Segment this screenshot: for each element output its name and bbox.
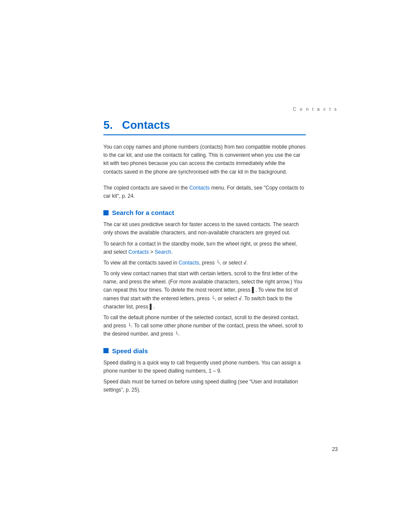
select-icon-2: √: [239, 296, 242, 302]
contacts-link-1[interactable]: Contacts: [128, 249, 149, 255]
section-square-icon-2: [103, 348, 109, 353]
press-icon-4: └: [174, 331, 178, 337]
section-title-search: Search for a contact: [112, 209, 174, 216]
chapter-header-label: C o n t a c t s: [293, 107, 338, 112]
content-area: 5. Contacts You can copy names and phone…: [103, 118, 306, 397]
speed-para-1: Speed dialling is a quick way to call fr…: [103, 359, 306, 375]
search-para-3: To view all the contacts saved in Contac…: [103, 259, 306, 267]
section-square-icon: [103, 210, 109, 215]
section-heading-speed: Speed dials: [103, 347, 306, 355]
select-icon-1: √: [243, 260, 246, 266]
delete-icon: ▌: [252, 287, 256, 293]
press-icon-2: └: [211, 296, 215, 302]
speed-para-2: Speed dials must be turned on before usi…: [103, 378, 306, 394]
intro-paragraph-1: You can copy names and phone numbers (co…: [103, 143, 306, 176]
section-heading-search: Search for a contact: [103, 209, 306, 216]
search-para-1: The car kit uses predictive search for f…: [103, 221, 306, 237]
press-icon-1: └: [216, 260, 220, 266]
page-number: 23: [332, 446, 338, 452]
search-link-1[interactable]: Search: [155, 249, 171, 255]
section-title-speed: Speed dials: [112, 347, 148, 355]
intro-p2-before: The copied contacts are saved in the: [103, 185, 189, 191]
contacts-link-2[interactable]: Contacts: [179, 260, 199, 266]
contacts-link-intro[interactable]: Contacts: [189, 185, 209, 191]
chapter-name: Contacts: [122, 118, 170, 131]
search-para-4: To only view contact names that start wi…: [103, 270, 306, 311]
search-para-5: To call the default phone number of the …: [103, 314, 306, 339]
search-para-2: To search for a contact in the standby m…: [103, 240, 306, 256]
press-icon-3: └: [128, 323, 131, 329]
intro-paragraph-2: The copied contacts are saved in the Con…: [103, 184, 306, 200]
chapter-number: 5.: [103, 118, 113, 131]
back-icon: ▌: [149, 304, 153, 310]
chapter-title: 5. Contacts: [103, 118, 306, 135]
page-container: C o n t a c t s 5. Contacts You can copy…: [0, 0, 411, 532]
